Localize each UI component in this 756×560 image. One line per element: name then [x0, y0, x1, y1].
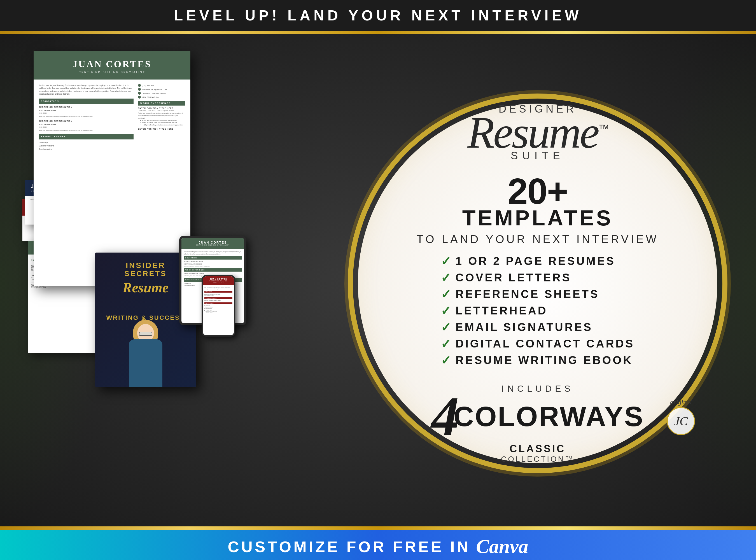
proficiencies-header: PROFICIENCIES	[39, 134, 134, 139]
proficiency-2: Customer relations	[39, 144, 134, 147]
degree1-title: DEGREE OR CERTIFICATION	[39, 106, 134, 109]
feature-2: ✓ COVER LETTERS	[441, 271, 635, 285]
check-6: ✓	[441, 337, 453, 351]
phone-header: JUAN CORTES CERTIFIED BILLING SPECIALIST	[203, 276, 234, 285]
gold-divider-top	[0, 31, 756, 34]
top-banner: LEVEL UP! LAND YOUR NEXT INTERVIEW	[0, 0, 756, 31]
work-experience-header: WORK EXPERIENCE	[138, 101, 185, 105]
phone-body: Use this area for your Summary Section w…	[203, 285, 234, 315]
linkedin-icon	[138, 92, 141, 95]
feature-1: ✓ 1 OR 2 PAGE RESUMES	[441, 254, 635, 268]
bullet-1: Add a few soft skills you mastered with …	[140, 120, 185, 121]
woman-glasses	[139, 332, 152, 336]
main-content: 2023 © JC CREATIVE MEDIA. ALL RIGHTS RES…	[0, 34, 756, 526]
bottom-banner: CUSTOMIZE FOR FREE IN Canva	[0, 530, 756, 560]
jc-logo: JC	[667, 407, 695, 435]
gold-circle-inner: DESIGNER Resume™ SUITE 20+ TEMPLATES TO …	[358, 104, 717, 463]
phone-section-work: WORK EXPERIENCE	[204, 297, 233, 299]
position1-desc: Add a few notes of your duties, emphasiz…	[138, 112, 185, 120]
phone-title: CERTIFIED BILLING SPECIALIST	[205, 280, 232, 283]
feature-3: ✓ REFERENCE SHEETS	[441, 287, 635, 301]
bullet-2: Add a few hard skills you mastered with …	[140, 122, 185, 123]
bottom-banner-text: CUSTOMIZE FOR FREE IN	[227, 538, 471, 556]
degree2-inst: INSTITUTION NAME	[39, 123, 134, 126]
phone-icon	[138, 84, 141, 87]
check-3: ✓	[441, 287, 453, 301]
phone-section-edu: EDUCATION	[204, 291, 233, 293]
insider-resume-text: Resume	[101, 281, 191, 295]
colorways-text: COLORWAYS	[454, 400, 644, 433]
check-1: ✓	[441, 254, 453, 268]
gold-circle: DESIGNER Resume™ SUITE 20+ TEMPLATES TO …	[353, 99, 722, 468]
phone-section-prof: PROFICIENCIES	[204, 302, 233, 304]
tm-mark: ™	[598, 122, 608, 135]
phone-device: JUAN CORTES CERTIFIED BILLING SPECIALIST…	[202, 275, 235, 337]
check-5: ✓	[441, 320, 453, 334]
resume-script: Resume™	[467, 112, 608, 153]
check-2: ✓	[441, 271, 453, 285]
original-text: original	[667, 398, 695, 406]
left-column: JUAN CORTES CERTIFIED BILLING SPECIALIST…	[22, 51, 255, 504]
resume-summary: Use this area for your Summary Section w…	[39, 84, 134, 96]
degree2-notes: Note any details such as concentration, …	[39, 129, 134, 132]
contact-email: JAMISONCOLE@EMAIL.COM	[138, 88, 185, 91]
bullet-3: Highlight a few key activities or awards…	[140, 124, 185, 126]
tablet-section-work: WORK EXPERIENCE	[184, 268, 242, 272]
tablet-name: JUAN CORTES	[185, 241, 241, 244]
degree2-dates: 2000-2000	[39, 126, 134, 128]
collection-text: COLLECTION™	[501, 455, 574, 464]
position1-title: ENTER POSITION TITLE HERE	[138, 107, 185, 109]
location-icon	[138, 96, 141, 99]
feature-6: ✓ DIGITAL CONTACT CARDS	[441, 337, 635, 351]
suite-label: SUITE	[511, 150, 564, 162]
classic-text: CLASSIC	[501, 443, 574, 455]
resume-name: JUAN CORTES	[42, 59, 182, 69]
jc-letters: JC	[674, 414, 688, 428]
contact-linkedin: LINKEDIN.COM/IN/JCORTES	[138, 92, 185, 95]
templates-label: TEMPLATES	[462, 205, 613, 231]
degree1-notes: Note any details such as concentration, …	[39, 115, 134, 118]
feature-4: ✓ LETTERHEAD	[441, 303, 635, 318]
degree1-dates: 2000-2000	[39, 112, 134, 115]
feature-7: ✓ RESUME WRITING EBOOK	[441, 353, 635, 367]
check-7: ✓	[441, 353, 453, 367]
feature-5: ✓ EMAIL SIGNATURES	[441, 320, 635, 334]
templates-count: 20+	[508, 173, 568, 209]
woman-body	[129, 339, 162, 387]
resume-title: CERTIFIED BILLING SPECIALIST	[42, 71, 182, 74]
email-icon	[138, 88, 141, 91]
proficiency-1: Leadership	[39, 141, 134, 144]
top-banner-text: LEVEL UP! LAND YOUR NEXT INTERVIEW	[174, 7, 582, 24]
gold-divider-bottom	[0, 526, 756, 530]
proficiency-3: Decision making	[39, 148, 134, 151]
right-column: DESIGNER Resume™ SUITE 20+ TEMPLATES TO …	[342, 48, 734, 519]
position1-company: COMPANY | JAN 2000 - JAN 2000 | LOCATION	[138, 110, 185, 112]
education-header: EDUCATION	[39, 99, 134, 104]
colorways-row: 4 COLORWAYS	[431, 394, 644, 439]
phone-screen: JUAN CORTES CERTIFIED BILLING SPECIALIST…	[203, 276, 234, 335]
degree2-title: DEGREE OR CERTIFICATION	[39, 120, 134, 123]
resume-header: JUAN CORTES CERTIFIED BILLING SPECIALIST	[34, 51, 191, 80]
includes-label: INCLUDES	[431, 384, 644, 394]
jc-logo-area: original JC	[667, 398, 695, 435]
phone-name: JUAN CORTES	[205, 278, 232, 280]
to-land-text: TO LAND YOUR NEXT INTERVIEW	[417, 233, 659, 245]
degree1-inst: INSTITUTION NAME	[39, 109, 134, 112]
check-4: ✓	[441, 303, 453, 318]
contact-phone: (123) 456-7890	[138, 84, 185, 87]
position2-title: ENTER POSITION TITLE HERE	[138, 128, 185, 130]
woman-figure	[118, 314, 174, 387]
includes-section: INCLUDES 4 COLORWAYS	[431, 384, 644, 439]
classic-collection: CLASSIC COLLECTION™	[501, 443, 574, 464]
tablet-section-edu: EDUCATION	[184, 256, 242, 260]
main-resume: JUAN CORTES CERTIFIED BILLING SPECIALIST…	[34, 51, 191, 286]
canva-text: Canva	[476, 535, 529, 558]
tablet-header: JUAN CORTES CERTIFIED BILLING SPECIALIST	[181, 238, 244, 248]
features-list: ✓ 1 OR 2 PAGE RESUMES ✓ COVER LETTERS ✓ …	[441, 254, 635, 369]
tablet-subtitle: CERTIFIED BILLING SPECIALIST	[185, 244, 241, 246]
contact-location: NEW ORLEANS, LA	[138, 96, 185, 99]
